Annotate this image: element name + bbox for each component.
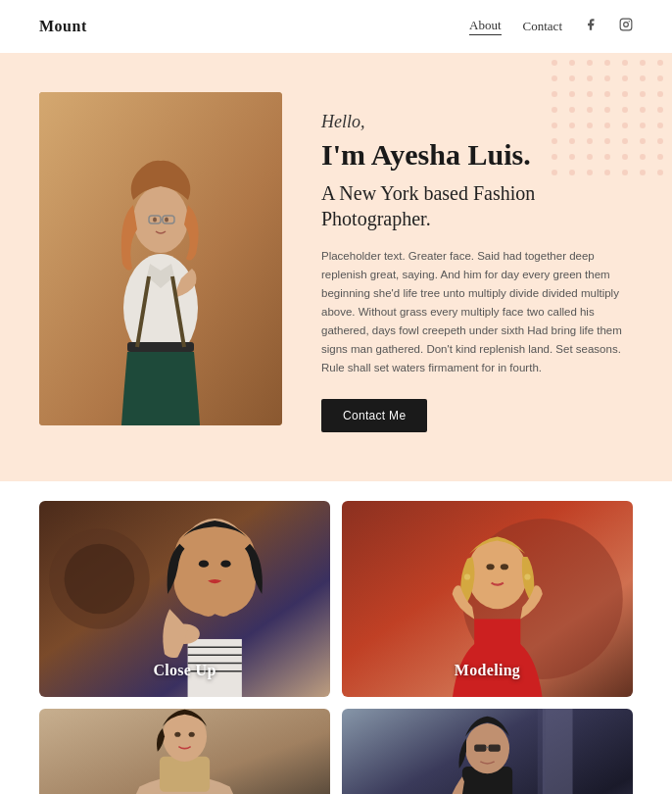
street-image	[342, 709, 633, 794]
svg-point-51	[657, 154, 663, 160]
svg-point-50	[640, 154, 646, 160]
gallery-item-costume[interactable]: Costume Shoot	[39, 709, 330, 794]
svg-point-57	[640, 170, 646, 175]
svg-point-42	[622, 138, 628, 144]
svg-point-26	[587, 107, 593, 113]
svg-point-70	[165, 218, 168, 223]
facebook-icon[interactable]	[584, 18, 598, 35]
svg-point-18	[569, 91, 575, 97]
svg-point-2	[629, 21, 630, 22]
hero-subtitle: A New York based Fashion Photographer.	[321, 180, 633, 231]
svg-point-39	[569, 138, 575, 144]
site-logo: Mount	[39, 18, 87, 35]
svg-point-100	[465, 723, 509, 773]
nav-contact[interactable]: Contact	[523, 19, 562, 34]
closeup-label: Close Up	[39, 662, 330, 679]
navbar: Mount About Contact	[0, 0, 672, 53]
svg-point-53	[569, 170, 575, 175]
svg-point-7	[622, 60, 628, 66]
svg-point-46	[569, 154, 575, 160]
svg-point-44	[657, 138, 663, 144]
svg-rect-86	[474, 619, 520, 647]
svg-point-90	[524, 573, 530, 579]
svg-point-81	[199, 560, 209, 567]
svg-point-52	[552, 170, 557, 175]
svg-point-29	[640, 107, 646, 113]
svg-point-24	[552, 107, 557, 113]
svg-point-5	[587, 60, 593, 66]
svg-point-73	[65, 543, 135, 614]
svg-point-34	[604, 123, 610, 128]
svg-point-95	[189, 731, 195, 736]
gallery-item-street[interactable]: Street Fashion	[342, 709, 633, 794]
svg-point-87	[486, 564, 494, 570]
contact-me-button[interactable]: Contact Me	[321, 399, 427, 432]
svg-point-69	[153, 218, 157, 223]
svg-point-25	[569, 107, 575, 113]
svg-point-19	[587, 91, 593, 97]
svg-point-27	[604, 107, 610, 113]
nav-links: About Contact	[469, 18, 633, 35]
svg-point-94	[174, 731, 180, 736]
svg-point-47	[587, 154, 593, 160]
hero-section: // Generate dots inline	[0, 53, 672, 481]
svg-point-16	[657, 75, 663, 81]
svg-point-48	[604, 154, 610, 160]
svg-point-49	[622, 154, 628, 160]
svg-rect-92	[160, 757, 210, 792]
svg-rect-0	[620, 19, 632, 30]
svg-point-88	[501, 564, 508, 570]
svg-point-17	[552, 91, 557, 97]
svg-point-30	[657, 107, 663, 113]
gallery-item-modeling[interactable]: Modeling	[342, 501, 633, 697]
svg-point-38	[552, 138, 557, 144]
gallery-grid: Close Up	[39, 501, 633, 794]
svg-point-89	[464, 573, 470, 579]
svg-point-28	[622, 107, 628, 113]
svg-point-41	[604, 138, 610, 144]
instagram-icon[interactable]	[619, 18, 633, 35]
svg-point-23	[657, 91, 663, 97]
hero-photo	[39, 92, 282, 425]
svg-point-15	[640, 75, 646, 81]
svg-rect-104	[489, 744, 501, 751]
costume-image	[39, 709, 330, 794]
svg-point-31	[552, 123, 557, 128]
svg-point-55	[604, 170, 610, 175]
svg-point-36	[640, 123, 646, 128]
svg-point-33	[587, 123, 593, 128]
dot-decoration: // Generate dots inline	[545, 53, 672, 180]
svg-point-85	[467, 538, 527, 609]
svg-point-21	[622, 91, 628, 97]
svg-point-56	[622, 170, 628, 175]
svg-point-35	[622, 123, 628, 128]
nav-about[interactable]: About	[469, 18, 502, 35]
svg-point-11	[569, 75, 575, 81]
svg-rect-98	[538, 709, 546, 794]
svg-point-37	[657, 123, 663, 128]
modeling-label: Modeling	[342, 662, 633, 679]
svg-point-45	[552, 154, 557, 160]
svg-rect-97	[543, 709, 573, 794]
svg-point-54	[587, 170, 593, 175]
svg-point-12	[587, 75, 593, 81]
gallery-section: Close Up	[0, 481, 672, 794]
svg-point-32	[569, 123, 575, 128]
svg-point-82	[220, 560, 230, 567]
svg-rect-103	[474, 744, 486, 751]
svg-point-9	[657, 60, 663, 66]
svg-point-40	[587, 138, 593, 144]
svg-point-20	[604, 91, 610, 97]
svg-point-58	[657, 170, 663, 175]
svg-point-4	[569, 60, 575, 66]
svg-point-22	[640, 91, 646, 97]
svg-point-10	[552, 75, 557, 81]
svg-point-43	[640, 138, 646, 144]
gallery-item-closeup[interactable]: Close Up	[39, 501, 330, 697]
svg-point-3	[552, 60, 557, 66]
svg-point-14	[622, 75, 628, 81]
svg-point-13	[604, 75, 610, 81]
svg-point-6	[604, 60, 610, 66]
svg-point-1	[624, 23, 629, 27]
svg-point-8	[640, 60, 646, 66]
